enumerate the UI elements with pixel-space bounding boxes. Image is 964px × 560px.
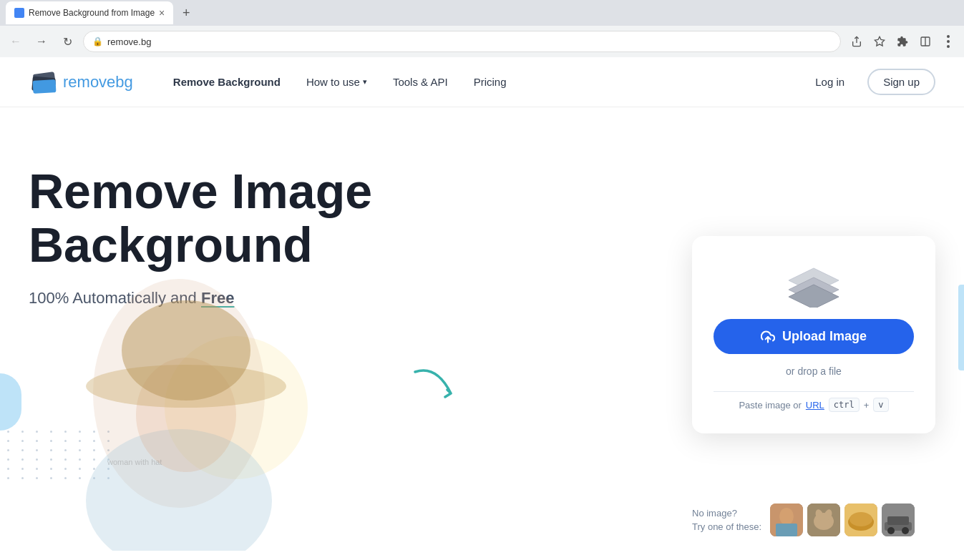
chevron-down-icon: ▾ xyxy=(363,77,367,87)
url-text: remove.bg xyxy=(107,36,151,47)
hero-person-image: woman with hat xyxy=(36,265,336,551)
svg-marker-1 xyxy=(875,36,884,46)
logo-icon xyxy=(29,72,57,93)
sample-image-dog[interactable] xyxy=(807,503,840,536)
navbar-nav: Remove Background How to use ▾ Tools & A… xyxy=(162,70,801,94)
signup-button[interactable]: Sign up xyxy=(867,69,935,95)
upload-card-icon xyxy=(785,265,842,308)
browser-menu-icon[interactable] xyxy=(938,31,958,51)
paste-section: Paste image or URL ctrl + v xyxy=(714,391,914,412)
logo-text: removebg xyxy=(63,73,133,92)
no-image-text: No image? Try one of these: xyxy=(692,506,761,534)
new-tab-button[interactable]: + xyxy=(176,3,196,23)
navbar: removebg Remove Background How to use ▾ … xyxy=(0,57,964,107)
browser-tab[interactable]: Remove Background from Image × xyxy=(6,1,173,24)
paste-url-link[interactable]: URL xyxy=(806,400,824,411)
arrow-decoration xyxy=(408,358,465,418)
lock-icon: 🔒 xyxy=(92,36,103,46)
browser-toolbar: ← → ↻ 🔒 remove.bg xyxy=(0,26,964,57)
share-icon[interactable] xyxy=(847,31,867,51)
tab-title: Remove Background from Image xyxy=(29,8,155,18)
split-view-icon[interactable] xyxy=(915,31,935,51)
svg-point-21 xyxy=(779,508,794,525)
svg-point-4 xyxy=(947,35,950,38)
browser-tab-bar: Remove Background from Image × + xyxy=(0,0,964,26)
address-bar[interactable]: 🔒 remove.bg xyxy=(83,31,841,52)
nav-remove-background[interactable]: Remove Background xyxy=(162,70,292,94)
blue-sidebar-decoration xyxy=(958,285,964,370)
svg-rect-9 xyxy=(33,79,57,94)
or-drop-label: or drop a file xyxy=(786,365,842,377)
blue-arc-decoration xyxy=(0,373,21,431)
paste-label: Paste image or xyxy=(739,400,801,411)
back-button[interactable]: ← xyxy=(6,31,26,51)
svg-point-6 xyxy=(947,45,950,48)
extensions-icon[interactable] xyxy=(892,31,912,51)
bookmark-icon[interactable] xyxy=(870,31,890,51)
navbar-right: Log in Sign up xyxy=(801,69,935,95)
reload-button[interactable]: ↻ xyxy=(57,31,77,51)
sample-images-section: No image? Try one of these: xyxy=(692,503,935,536)
plus-symbol: + xyxy=(864,400,870,411)
forward-button[interactable]: → xyxy=(31,31,52,51)
tab-favicon xyxy=(14,8,24,18)
site-logo[interactable]: removebg xyxy=(29,72,133,93)
browser-chrome: Remove Background from Image × + ← → ↻ 🔒… xyxy=(0,0,964,57)
upload-card: Upload Image or drop a file Paste image … xyxy=(692,236,935,433)
upload-image-button[interactable]: Upload Image xyxy=(714,319,914,354)
hero-section: Remove Image Background 100% Automatical… xyxy=(0,107,964,551)
sample-images-list xyxy=(770,503,915,536)
login-button[interactable]: Log in xyxy=(801,70,859,94)
svg-point-33 xyxy=(887,527,895,534)
upload-icon xyxy=(761,330,775,344)
tab-close-button[interactable]: × xyxy=(159,7,165,19)
ctrl-key: ctrl xyxy=(829,398,860,412)
nav-how-to-use[interactable]: How to use ▾ xyxy=(295,70,379,94)
svg-text:woman with hat: woman with hat xyxy=(107,458,162,466)
svg-point-14 xyxy=(122,300,250,401)
person-svg: woman with hat xyxy=(36,265,336,551)
svg-point-5 xyxy=(947,40,950,43)
svg-point-29 xyxy=(849,512,872,526)
nav-pricing[interactable]: Pricing xyxy=(462,70,518,94)
nav-tools-api[interactable]: Tools & API xyxy=(381,70,459,94)
sample-image-car[interactable] xyxy=(882,503,915,536)
toolbar-right-icons xyxy=(847,31,958,51)
svg-rect-22 xyxy=(776,524,797,536)
v-key: v xyxy=(873,398,888,412)
hero-title: Remove Image Background xyxy=(29,164,444,272)
svg-point-34 xyxy=(902,527,909,534)
sample-image-bread[interactable] xyxy=(844,503,877,536)
sample-image-woman[interactable] xyxy=(770,503,803,536)
svg-rect-32 xyxy=(887,516,909,525)
page-content: removebg Remove Background How to use ▾ … xyxy=(0,57,964,551)
